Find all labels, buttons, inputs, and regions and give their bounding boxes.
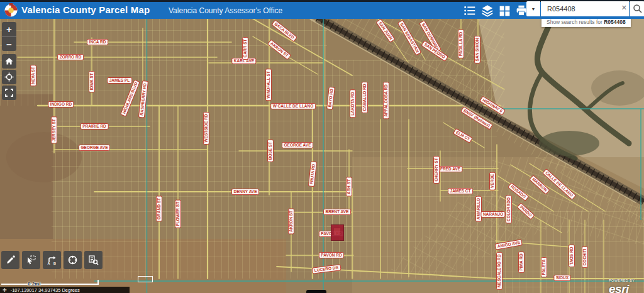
suggestion-term: R054408: [604, 19, 626, 25]
search-box: ✕: [541, 1, 629, 16]
selected-parcel-fill: [334, 228, 340, 235]
home-button[interactable]: [2, 54, 16, 69]
legend-icon: [463, 4, 477, 18]
locate-icon: [4, 72, 14, 82]
page-subtitle: Valencia County Assessor's Office: [169, 6, 282, 15]
zoom-control-group: + −: [2, 22, 16, 51]
search-source-dropdown[interactable]: ▼: [526, 1, 540, 16]
pencil-icon: [5, 255, 16, 265]
layers-icon: [480, 4, 494, 18]
search-group: ▼ ✕: [526, 1, 644, 16]
suggestion-prefix: Show search results for: [547, 19, 604, 25]
coordinate-bar: ✛ -107.139017 34.937435 Degrees: [0, 287, 130, 293]
query-tool-button[interactable]: [84, 251, 103, 269]
directions-a-b-icon: A B: [47, 255, 57, 265]
selected-parcel-marker[interactable]: [331, 224, 344, 241]
page-title: Valencia County Parcel Map: [21, 4, 150, 15]
draw-palette-icon: [67, 255, 78, 265]
select-cursor-icon: [26, 255, 36, 265]
draw-tool-button[interactable]: [64, 251, 82, 269]
attribution-popup-edge[interactable]: [306, 290, 326, 293]
svg-text:B: B: [53, 262, 56, 265]
map-basemap: [0, 0, 644, 293]
search-input[interactable]: [546, 4, 619, 13]
app-window: INCA RDZORRO RDKARL AVEBACA BLVDAKRON ST…: [0, 0, 644, 293]
default-extent-button[interactable]: [2, 86, 16, 100]
locate-button[interactable]: [2, 70, 16, 84]
highlighted-parcel-outline: [138, 276, 153, 282]
layers-icon[interactable]: [480, 3, 495, 18]
zoom-out-button[interactable]: −: [2, 37, 16, 52]
basemap-icon: [498, 4, 511, 18]
measure-tool-button[interactable]: [1, 251, 19, 269]
fullscreen-extent-icon: [4, 88, 14, 97]
legend-icon[interactable]: [462, 3, 477, 18]
river-wash: [539, 131, 599, 156]
crosshair-icon[interactable]: ✛: [3, 287, 7, 293]
search-icon: [632, 3, 643, 14]
svg-text:A: A: [48, 262, 50, 265]
zoom-in-button[interactable]: +: [2, 22, 16, 37]
select-tool-button[interactable]: [22, 251, 40, 269]
directions-tool-button[interactable]: A B: [43, 251, 61, 269]
basemap-icon[interactable]: [497, 3, 512, 18]
county-seal-logo: [4, 3, 18, 18]
query-search-icon: [88, 255, 99, 265]
search-submit-button[interactable]: [630, 1, 644, 16]
clear-search-icon[interactable]: ✕: [621, 4, 627, 12]
map-canvas[interactable]: [0, 0, 644, 293]
coordinate-readout: -107.139017 34.937435 Degrees: [11, 287, 80, 293]
home-icon: [4, 57, 14, 66]
